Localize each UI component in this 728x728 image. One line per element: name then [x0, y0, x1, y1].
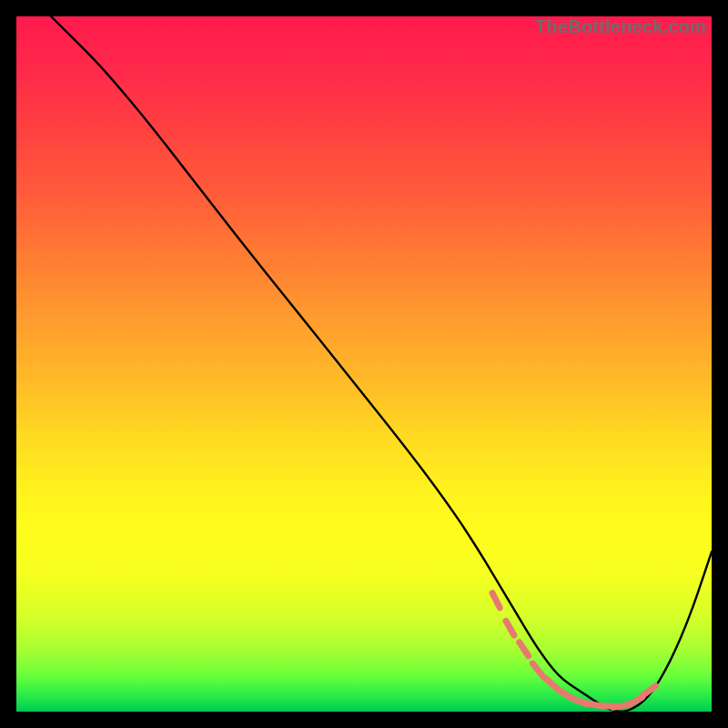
highlight-dash — [520, 642, 529, 656]
highlight-dash — [492, 593, 500, 608]
highlight-dash — [506, 622, 514, 636]
highlight-dashes — [492, 593, 655, 708]
highlight-dash — [532, 663, 542, 676]
highlight-dash — [546, 679, 559, 690]
curve-layer — [16, 16, 712, 712]
plot-area: TheBottleneck.com — [16, 16, 712, 712]
chart-frame: TheBottleneck.com — [0, 0, 728, 728]
highlight-dash — [642, 686, 655, 696]
bottleneck-curve — [51, 16, 712, 712]
